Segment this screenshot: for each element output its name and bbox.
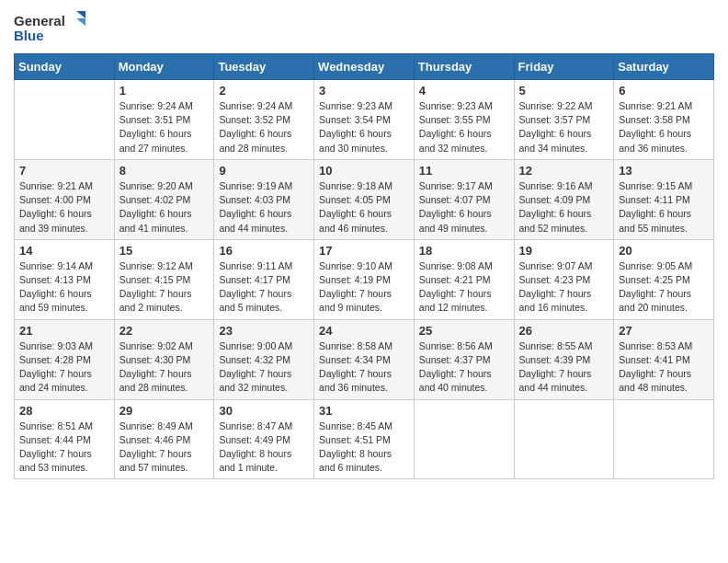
calendar-day-cell xyxy=(514,399,614,479)
calendar-day-cell: 21Sunrise: 9:03 AMSunset: 4:28 PMDayligh… xyxy=(15,319,115,399)
day-number: 29 xyxy=(119,404,210,418)
day-number: 10 xyxy=(319,164,409,178)
day-number: 12 xyxy=(519,164,609,178)
day-number: 11 xyxy=(419,164,509,178)
day-info: Sunrise: 8:56 AMSunset: 4:37 PMDaylight:… xyxy=(419,339,509,396)
calendar-table: SundayMondayTuesdayWednesdayThursdayFrid… xyxy=(14,53,714,479)
weekday-header-cell: Wednesday xyxy=(314,54,415,80)
day-info: Sunrise: 8:49 AMSunset: 4:46 PMDaylight:… xyxy=(119,419,210,476)
svg-text:General: General xyxy=(14,13,65,29)
calendar-day-cell: 1Sunrise: 9:24 AMSunset: 3:51 PMDaylight… xyxy=(114,80,214,160)
day-number: 31 xyxy=(319,404,409,418)
weekday-header-row: SundayMondayTuesdayWednesdayThursdayFrid… xyxy=(15,54,714,80)
calendar-day-cell: 16Sunrise: 9:11 AMSunset: 4:17 PMDayligh… xyxy=(214,239,314,319)
day-number: 6 xyxy=(619,84,709,98)
calendar-day-cell: 4Sunrise: 9:23 AMSunset: 3:55 PMDaylight… xyxy=(414,80,514,160)
svg-marker-2 xyxy=(76,18,85,26)
day-info: Sunrise: 9:21 AMSunset: 4:00 PMDaylight:… xyxy=(19,179,109,236)
day-number: 16 xyxy=(219,244,309,258)
calendar-day-cell: 17Sunrise: 9:10 AMSunset: 4:19 PMDayligh… xyxy=(314,239,415,319)
calendar-week-row: 1Sunrise: 9:24 AMSunset: 3:51 PMDaylight… xyxy=(15,80,714,160)
day-info: Sunrise: 9:15 AMSunset: 4:11 PMDaylight:… xyxy=(619,179,709,236)
day-info: Sunrise: 9:22 AMSunset: 3:57 PMDaylight:… xyxy=(519,99,609,155)
calendar-week-row: 28Sunrise: 8:51 AMSunset: 4:44 PMDayligh… xyxy=(15,399,714,479)
day-number: 20 xyxy=(619,244,709,258)
day-number: 25 xyxy=(419,324,509,338)
day-info: Sunrise: 8:51 AMSunset: 4:44 PMDaylight:… xyxy=(19,419,109,476)
day-number: 30 xyxy=(219,404,309,418)
day-info: Sunrise: 9:18 AMSunset: 4:05 PMDaylight:… xyxy=(319,179,409,236)
day-number: 14 xyxy=(19,244,109,258)
day-number: 18 xyxy=(419,244,509,258)
weekday-header-cell: Tuesday xyxy=(214,54,314,80)
calendar-day-cell: 2Sunrise: 9:24 AMSunset: 3:52 PMDaylight… xyxy=(214,80,314,160)
day-number: 4 xyxy=(419,84,509,98)
day-info: Sunrise: 9:14 AMSunset: 4:13 PMDaylight:… xyxy=(19,259,109,316)
calendar-day-cell: 7Sunrise: 9:21 AMSunset: 4:00 PMDaylight… xyxy=(15,159,115,239)
weekday-header-cell: Monday xyxy=(114,54,214,80)
calendar-week-row: 7Sunrise: 9:21 AMSunset: 4:00 PMDaylight… xyxy=(15,159,714,239)
day-info: Sunrise: 9:23 AMSunset: 3:54 PMDaylight:… xyxy=(319,99,409,155)
day-info: Sunrise: 9:07 AMSunset: 4:23 PMDaylight:… xyxy=(519,259,609,316)
day-number: 9 xyxy=(219,164,309,178)
weekday-header-cell: Saturday xyxy=(614,54,714,80)
calendar-day-cell xyxy=(414,399,514,479)
day-number: 24 xyxy=(319,324,409,338)
calendar-day-cell: 14Sunrise: 9:14 AMSunset: 4:13 PMDayligh… xyxy=(15,239,115,319)
weekday-header-cell: Sunday xyxy=(15,54,115,80)
calendar-day-cell: 22Sunrise: 9:02 AMSunset: 4:30 PMDayligh… xyxy=(114,319,214,399)
day-number: 26 xyxy=(519,324,609,338)
day-info: Sunrise: 9:24 AMSunset: 3:51 PMDaylight:… xyxy=(119,99,210,155)
day-info: Sunrise: 9:02 AMSunset: 4:30 PMDaylight:… xyxy=(119,339,210,396)
day-number: 19 xyxy=(519,244,609,258)
day-number: 2 xyxy=(219,84,309,98)
day-info: Sunrise: 8:58 AMSunset: 4:34 PMDaylight:… xyxy=(319,339,409,396)
calendar-day-cell: 6Sunrise: 9:21 AMSunset: 3:58 PMDaylight… xyxy=(614,80,714,160)
day-number: 27 xyxy=(619,324,709,338)
day-number: 7 xyxy=(19,164,109,178)
day-info: Sunrise: 9:20 AMSunset: 4:02 PMDaylight:… xyxy=(119,179,210,236)
calendar-day-cell: 11Sunrise: 9:17 AMSunset: 4:07 PMDayligh… xyxy=(414,159,514,239)
day-number: 23 xyxy=(219,324,309,338)
day-number: 8 xyxy=(119,164,210,178)
day-number: 3 xyxy=(319,84,409,98)
day-info: Sunrise: 9:16 AMSunset: 4:09 PMDaylight:… xyxy=(519,179,609,236)
day-info: Sunrise: 8:47 AMSunset: 4:49 PMDaylight:… xyxy=(219,419,309,476)
day-number: 28 xyxy=(19,404,109,418)
svg-marker-1 xyxy=(76,11,85,18)
calendar-day-cell: 9Sunrise: 9:19 AMSunset: 4:03 PMDaylight… xyxy=(214,159,314,239)
day-info: Sunrise: 8:53 AMSunset: 4:41 PMDaylight:… xyxy=(619,339,709,396)
day-number: 22 xyxy=(119,324,210,338)
day-info: Sunrise: 9:21 AMSunset: 3:58 PMDaylight:… xyxy=(619,99,709,155)
day-info: Sunrise: 8:55 AMSunset: 4:39 PMDaylight:… xyxy=(519,339,609,396)
day-info: Sunrise: 9:11 AMSunset: 4:17 PMDaylight:… xyxy=(219,259,309,316)
day-info: Sunrise: 9:08 AMSunset: 4:21 PMDaylight:… xyxy=(419,259,509,316)
calendar-body: 1Sunrise: 9:24 AMSunset: 3:51 PMDaylight… xyxy=(15,80,714,479)
day-info: Sunrise: 9:03 AMSunset: 4:28 PMDaylight:… xyxy=(19,339,109,396)
day-number: 13 xyxy=(619,164,709,178)
calendar-day-cell: 20Sunrise: 9:05 AMSunset: 4:25 PMDayligh… xyxy=(614,239,714,319)
day-number: 21 xyxy=(19,324,109,338)
day-number: 5 xyxy=(519,84,609,98)
calendar-day-cell: 30Sunrise: 8:47 AMSunset: 4:49 PMDayligh… xyxy=(214,399,314,479)
calendar-day-cell xyxy=(15,80,115,160)
day-info: Sunrise: 9:19 AMSunset: 4:03 PMDaylight:… xyxy=(219,179,309,236)
calendar-day-cell: 8Sunrise: 9:20 AMSunset: 4:02 PMDaylight… xyxy=(114,159,214,239)
weekday-header-cell: Friday xyxy=(514,54,614,80)
calendar-week-row: 21Sunrise: 9:03 AMSunset: 4:28 PMDayligh… xyxy=(15,319,714,399)
calendar-day-cell: 15Sunrise: 9:12 AMSunset: 4:15 PMDayligh… xyxy=(114,239,214,319)
calendar-week-row: 14Sunrise: 9:14 AMSunset: 4:13 PMDayligh… xyxy=(15,239,714,319)
calendar-day-cell: 26Sunrise: 8:55 AMSunset: 4:39 PMDayligh… xyxy=(514,319,614,399)
calendar-day-cell: 24Sunrise: 8:58 AMSunset: 4:34 PMDayligh… xyxy=(314,319,415,399)
calendar-day-cell: 3Sunrise: 9:23 AMSunset: 3:54 PMDaylight… xyxy=(314,80,415,160)
calendar-day-cell xyxy=(614,399,714,479)
calendar-day-cell: 12Sunrise: 9:16 AMSunset: 4:09 PMDayligh… xyxy=(514,159,614,239)
day-number: 17 xyxy=(319,244,409,258)
day-info: Sunrise: 9:05 AMSunset: 4:25 PMDaylight:… xyxy=(619,259,709,316)
logo: General Blue xyxy=(14,9,87,46)
calendar-day-cell: 29Sunrise: 8:49 AMSunset: 4:46 PMDayligh… xyxy=(114,399,214,479)
svg-text:Blue: Blue xyxy=(14,28,44,43)
day-number: 1 xyxy=(119,84,210,98)
calendar-day-cell: 19Sunrise: 9:07 AMSunset: 4:23 PMDayligh… xyxy=(514,239,614,319)
day-info: Sunrise: 9:24 AMSunset: 3:52 PMDaylight:… xyxy=(219,99,309,155)
